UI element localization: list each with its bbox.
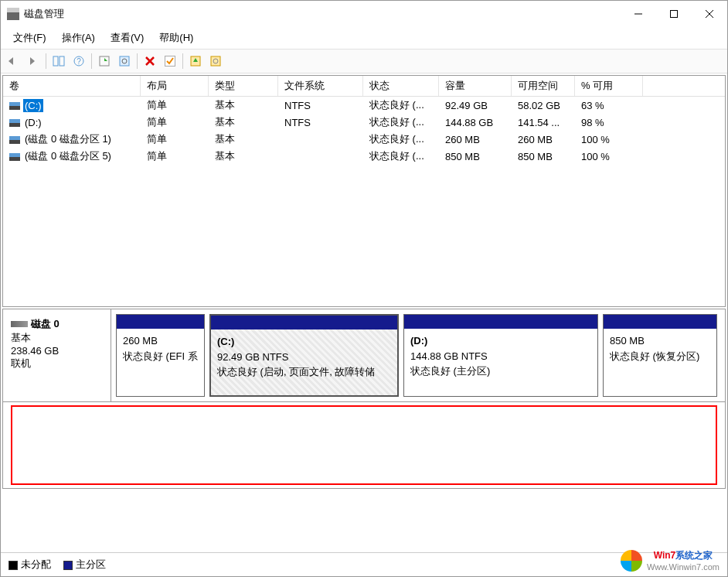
check-button[interactable] — [161, 52, 179, 70]
disk-graphical-view: 磁盘 0 基本 238.46 GB 联机 260 MB状态良好 (EFI 系(C… — [2, 309, 726, 489]
partition[interactable]: 850 MB状态良好 (恢复分区) — [603, 314, 717, 397]
minimize-button[interactable] — [621, 2, 656, 26]
view-panes-button[interactable] — [49, 52, 68, 70]
menu-bar: 文件(F) 操作(A) 查看(V) 帮助(H) — [1, 27, 727, 49]
legend: 未分配 主分区 — [1, 552, 727, 576]
volume-icon — [9, 119, 20, 127]
legend-primary: 主分区 — [63, 558, 106, 572]
volume-list[interactable]: 卷 布局 类型 文件系统 状态 容量 可用空间 % 可用 (C:)简单基本NTF… — [2, 75, 726, 307]
partition[interactable]: (C:)92.49 GB NTFS状态良好 (启动, 页面文件, 故障转储 — [209, 314, 399, 397]
col-volume[interactable]: 卷 — [3, 76, 141, 96]
app-icon — [7, 8, 19, 20]
menu-view[interactable]: 查看(V) — [104, 28, 150, 48]
window-title: 磁盘管理 — [24, 7, 621, 21]
maximize-button[interactable] — [656, 2, 692, 26]
disk-status: 联机 — [11, 357, 103, 370]
svg-rect-1 — [671, 11, 678, 18]
menu-action[interactable]: 操作(A) — [56, 28, 101, 48]
delete-button[interactable] — [141, 52, 159, 70]
separator-icon — [46, 53, 46, 69]
svg-rect-9 — [120, 56, 129, 66]
disk-type: 基本 — [11, 331, 103, 345]
col-layout[interactable]: 布局 — [141, 76, 209, 96]
svg-text:?: ? — [77, 57, 81, 66]
rescan-button[interactable] — [115, 52, 134, 70]
separator-icon — [91, 53, 92, 69]
watermark: Win7系统之家 Www.Winwin7.com — [621, 549, 719, 572]
disk-row: 磁盘 0 基本 238.46 GB 联机 260 MB状态良好 (EFI 系(C… — [3, 309, 725, 402]
volume-icon — [9, 136, 20, 144]
disk-name: 磁盘 0 — [31, 318, 60, 329]
close-button[interactable] — [692, 2, 727, 26]
svg-rect-5 — [60, 56, 64, 66]
volume-row[interactable]: (D:)简单基本NTFS状态良好 (...144.88 GB141.54 ...… — [3, 114, 725, 131]
partition-header — [117, 315, 204, 329]
highlight-box — [11, 405, 717, 485]
col-type[interactable]: 类型 — [209, 76, 278, 96]
disk-size: 238.46 GB — [11, 345, 103, 357]
volume-icon — [9, 102, 20, 110]
window-controls — [621, 2, 727, 26]
forward-button[interactable] — [24, 52, 43, 70]
col-free[interactable]: 可用空间 — [512, 76, 575, 96]
properties-button[interactable] — [206, 52, 225, 70]
title-bar: 磁盘管理 — [1, 1, 727, 27]
separator-icon — [137, 53, 138, 69]
partition[interactable]: 260 MB状态良好 (EFI 系 — [116, 314, 205, 397]
svg-rect-4 — [53, 56, 58, 66]
partition-header — [404, 315, 597, 329]
menu-file[interactable]: 文件(F) — [7, 28, 53, 48]
partition-header — [211, 316, 397, 329]
up-button[interactable] — [186, 52, 205, 70]
volume-row[interactable]: (C:)简单基本NTFS状态良好 (...92.49 GB58.02 GB63 … — [3, 97, 725, 114]
back-button[interactable] — [4, 52, 22, 70]
legend-unallocated: 未分配 — [9, 558, 51, 572]
col-status[interactable]: 状态 — [363, 76, 439, 96]
partitions: 260 MB状态良好 (EFI 系(C:)92.49 GB NTFS状态良好 (… — [111, 309, 725, 401]
disk-info[interactable]: 磁盘 0 基本 238.46 GB 联机 — [3, 309, 111, 401]
grid-header: 卷 布局 类型 文件系统 状态 容量 可用空间 % 可用 — [3, 76, 725, 97]
help-button[interactable]: ? — [70, 52, 88, 70]
refresh-button[interactable] — [95, 52, 114, 70]
partition-header — [604, 315, 716, 329]
toolbar: ? — [1, 49, 727, 73]
svg-rect-15 — [211, 56, 220, 66]
separator-icon — [182, 53, 183, 69]
col-pct[interactable]: % 可用 — [575, 76, 643, 96]
partition[interactable]: (D:)144.88 GB NTFS状态良好 (主分区) — [403, 314, 598, 397]
watermark-logo-icon — [621, 550, 642, 572]
menu-help[interactable]: 帮助(H) — [153, 28, 199, 48]
col-capacity[interactable]: 容量 — [439, 76, 512, 96]
volume-icon — [9, 153, 20, 161]
volume-row[interactable]: (磁盘 0 磁盘分区 5)简单基本状态良好 (...850 MB850 MB10… — [3, 148, 725, 165]
disk-icon — [11, 321, 28, 327]
volume-row[interactable]: (磁盘 0 磁盘分区 1)简单基本状态良好 (...260 MB260 MB10… — [3, 131, 725, 148]
col-filesystem[interactable]: 文件系统 — [278, 76, 363, 96]
